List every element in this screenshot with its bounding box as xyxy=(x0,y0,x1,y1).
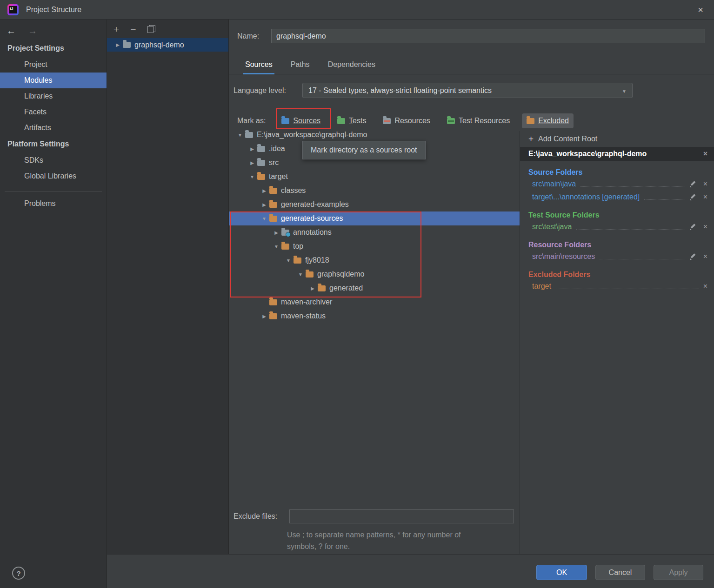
chevron-right-icon[interactable] xyxy=(259,188,269,193)
test-source-folder-path[interactable]: src\test\java xyxy=(532,223,572,231)
excluded-folder-item[interactable]: target xyxy=(532,280,707,293)
sidebar-item-sdks[interactable]: SDKs xyxy=(0,152,107,168)
content-root-header[interactable]: E:\java_workspace\graphql-demo xyxy=(520,147,714,161)
mark-tests-button[interactable]: Tests xyxy=(333,113,371,128)
chevron-down-icon[interactable] xyxy=(271,244,281,249)
excluded-folder-path[interactable]: target xyxy=(532,282,551,291)
module-list-panel: graphsql-demo xyxy=(107,20,229,554)
module-list-item[interactable]: graphsql-demo xyxy=(107,38,228,52)
remove-content-root-icon[interactable] xyxy=(703,150,707,158)
tree-row-maven-status[interactable]: maven-status xyxy=(229,309,520,323)
footer-buttons: OK Cancel Apply xyxy=(536,565,703,580)
chevron-down-icon[interactable] xyxy=(295,272,306,277)
tree-row-maven-archiver[interactable]: maven-archiver xyxy=(229,295,520,309)
resource-folder-item[interactable]: src\main\resources xyxy=(532,250,707,263)
resource-folder-path[interactable]: src\main\resources xyxy=(532,252,595,261)
edit-pencil-icon[interactable] xyxy=(690,181,696,187)
apply-button[interactable]: Apply xyxy=(654,565,703,580)
chevron-down-icon[interactable] xyxy=(259,216,269,221)
generated-sources-folder-icon xyxy=(281,230,289,236)
tab-sources[interactable]: Sources xyxy=(245,55,273,74)
tree-row-generated[interactable]: generated xyxy=(229,281,520,295)
chevron-down-icon[interactable] xyxy=(235,132,245,138)
tree-row-fjy8018[interactable]: fjy8018 xyxy=(229,253,520,267)
sidebar-item-project[interactable]: Project xyxy=(0,57,107,73)
chevron-right-icon[interactable] xyxy=(113,42,123,47)
tree-row-generated-examples[interactable]: generated-examples xyxy=(229,198,520,211)
sidebar-item-artifacts[interactable]: Artifacts xyxy=(0,120,107,136)
tree-row-label: src xyxy=(269,159,279,167)
source-folder-item[interactable]: src\main\java xyxy=(532,178,707,191)
remove-icon[interactable] xyxy=(703,223,707,231)
chevron-right-icon[interactable] xyxy=(259,202,269,207)
chevron-down-icon[interactable] xyxy=(283,258,294,263)
module-name-input[interactable] xyxy=(271,29,705,43)
window-close-icon[interactable] xyxy=(687,0,714,20)
cancel-button[interactable]: Cancel xyxy=(595,565,645,580)
sources-folder-icon xyxy=(281,118,289,124)
test-source-folder-item[interactable]: src\test\java xyxy=(532,220,707,233)
edit-pencil-icon[interactable] xyxy=(690,224,696,230)
tree-row-annotations[interactable]: annotations xyxy=(229,225,520,239)
resource-folders-header: Resource Folders xyxy=(528,241,707,249)
mark-resources-button[interactable]: Resources xyxy=(378,113,434,128)
tree-row-content-root[interactable]: E:\java_workspace\graphql-demo xyxy=(229,128,520,142)
source-folder-path[interactable]: src\main\java xyxy=(532,180,576,188)
chevron-right-icon[interactable] xyxy=(307,286,318,291)
add-module-icon[interactable] xyxy=(113,24,119,34)
tree-row-classes[interactable]: classes xyxy=(229,184,520,198)
sidebar-divider xyxy=(5,192,102,192)
mark-excluded-button[interactable]: Excluded xyxy=(522,113,574,128)
edit-pencil-icon[interactable] xyxy=(690,194,696,200)
language-level-select[interactable]: 17 - Sealed types, always-strict floatin… xyxy=(302,83,633,98)
tab-paths[interactable]: Paths xyxy=(291,55,310,74)
remove-icon[interactable] xyxy=(703,282,707,291)
remove-icon[interactable] xyxy=(703,180,707,188)
sidebar-item-facets[interactable]: Facets xyxy=(0,104,107,120)
module-tabs: Sources Paths Dependencies xyxy=(229,55,714,74)
tree-row-target[interactable]: target xyxy=(229,170,520,184)
tree-row-graphsqldemo[interactable]: graphsqldemo xyxy=(229,267,520,281)
mark-as-buttons: Sources Tests Resources Test Resources E… xyxy=(277,113,574,128)
exclude-help-line2: symbols, ? for one. xyxy=(287,541,461,552)
exclude-files-input[interactable] xyxy=(289,509,514,523)
remove-module-icon[interactable] xyxy=(130,24,136,34)
excluded-folder-icon xyxy=(318,285,326,291)
sidebar-item-global-libraries[interactable]: Global Libraries xyxy=(0,168,107,184)
remove-icon[interactable] xyxy=(703,193,707,201)
tree-row-label: maven-archiver xyxy=(281,298,332,306)
ok-button[interactable]: OK xyxy=(536,565,587,580)
source-folder-path[interactable]: target\...\annotations [generated] xyxy=(532,193,640,201)
chevron-right-icon[interactable] xyxy=(259,314,269,319)
mark-sources-button[interactable]: Sources xyxy=(277,113,325,128)
language-level-value: 17 - Sealed types, always-strict floatin… xyxy=(308,86,492,95)
dialog-footer: OK Cancel Apply xyxy=(107,554,714,588)
sidebar-item-modules[interactable]: Modules xyxy=(0,73,107,88)
chevron-right-icon[interactable] xyxy=(271,230,281,235)
tree-row-generated-sources[interactable]: generated-sources xyxy=(229,211,520,225)
help-button[interactable]: ? xyxy=(12,567,25,580)
sidebar-item-problems[interactable]: Problems xyxy=(0,196,107,211)
module-name-row: Name: xyxy=(237,29,705,43)
tree-row-top[interactable]: top xyxy=(229,239,520,253)
exclude-files-help: Use ; to separate name patterns, * for a… xyxy=(287,529,461,552)
chevron-down-icon[interactable] xyxy=(247,174,257,179)
exclude-files-row: Exclude files: xyxy=(234,509,514,523)
tree-row-label: classes xyxy=(281,186,306,195)
sidebar-item-libraries[interactable]: Libraries xyxy=(0,88,107,104)
tab-dependencies[interactable]: Dependencies xyxy=(328,55,375,74)
source-folder-item[interactable]: target\...\annotations [generated] xyxy=(532,191,707,204)
tree-row-label: fjy8018 xyxy=(305,256,329,264)
chevron-right-icon[interactable] xyxy=(247,146,257,152)
tree-row-label: maven-status xyxy=(281,312,326,320)
mark-test-resources-button[interactable]: Test Resources xyxy=(442,113,514,128)
add-content-root-button[interactable]: Add Content Root xyxy=(520,131,714,147)
edit-pencil-icon[interactable] xyxy=(690,253,696,260)
copy-module-icon[interactable] xyxy=(147,25,155,33)
back-arrow-icon[interactable] xyxy=(7,26,16,36)
remove-icon[interactable] xyxy=(703,252,707,261)
chevron-right-icon[interactable] xyxy=(247,160,257,165)
tree-row-label: graphsqldemo xyxy=(317,270,364,278)
forward-arrow-icon[interactable] xyxy=(28,26,37,36)
settings-sidebar: Project Settings Project Modules Librari… xyxy=(0,20,107,588)
